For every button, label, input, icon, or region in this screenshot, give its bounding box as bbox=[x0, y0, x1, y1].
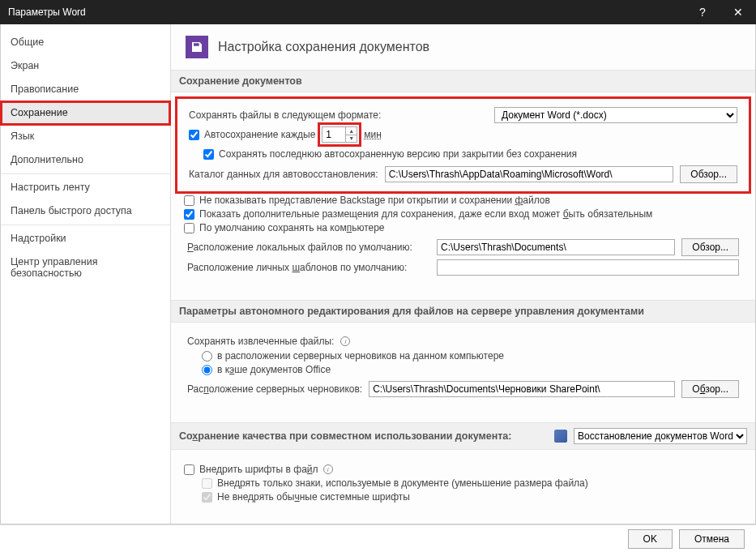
spinner-down-icon[interactable]: ▼ bbox=[345, 135, 357, 143]
no-backstage-checkbox[interactable] bbox=[184, 195, 194, 206]
sidebar-item-display[interactable]: Экран bbox=[1, 54, 170, 78]
show-addl-label: Показать дополнительные размещения для с… bbox=[199, 208, 652, 220]
default-pc-checkbox[interactable] bbox=[184, 223, 194, 233]
autosave-checkbox[interactable] bbox=[189, 130, 199, 140]
format-select[interactable]: Документ Word (*.docx) bbox=[494, 107, 737, 123]
drafts-browse-button[interactable]: Обзор... bbox=[681, 380, 739, 398]
window-controls: ? ✕ bbox=[685, 0, 756, 24]
section-offline: Параметры автономного редактирования для… bbox=[171, 300, 755, 323]
embed-fonts-label: Внедрить шрифты в файл bbox=[199, 464, 318, 475]
keep-files-label: Сохранять извлеченные файлы: bbox=[187, 336, 334, 347]
section-quality: Сохранение качества при совместном испол… bbox=[171, 422, 755, 450]
section-save-docs: Сохранение документов bbox=[171, 70, 755, 92]
info-icon[interactable]: i bbox=[340, 336, 350, 346]
default-pc-label: По умолчанию сохранять на компьютере bbox=[199, 222, 385, 233]
embed-only-used-label: Внедрять только знаки, используемые в до… bbox=[217, 477, 588, 489]
drafts-cache-label: в кэше документов Office bbox=[217, 364, 331, 375]
drafts-loc-label: Расположение серверных черновиков: bbox=[187, 383, 362, 395]
drafts-server-label: в расположении серверных черновиков на д… bbox=[217, 350, 504, 362]
sidebar-item-proofing[interactable]: Правописание bbox=[1, 78, 170, 101]
autosave-unit: мин bbox=[364, 129, 382, 140]
local-browse-button[interactable]: Обзор... bbox=[681, 238, 739, 256]
sidebar-item-trust[interactable]: Центр управления безопасностью bbox=[1, 250, 170, 285]
embed-only-used-checkbox bbox=[202, 478, 212, 489]
save-icon bbox=[186, 36, 208, 58]
document-icon bbox=[554, 430, 567, 443]
no-backstage-label: Не показывать представление Backstage пр… bbox=[199, 195, 550, 206]
sidebar: Общие Экран Правописание Сохранение Язык… bbox=[1, 24, 171, 524]
sidebar-item-save[interactable]: Сохранение bbox=[1, 101, 170, 125]
drafts-server-radio[interactable] bbox=[202, 351, 212, 362]
sidebar-item-addins[interactable]: Надстройки bbox=[1, 227, 170, 250]
close-icon[interactable]: ✕ bbox=[720, 0, 756, 24]
catalog-label: Каталог данных для автовосстановления: bbox=[189, 169, 378, 180]
autosave-spinner[interactable]: ▲▼ bbox=[322, 126, 357, 143]
sidebar-item-general[interactable]: Общие bbox=[1, 31, 170, 54]
catalog-browse-button[interactable]: Обзор... bbox=[680, 165, 737, 183]
autosave-label: Автосохранение каждые bbox=[204, 129, 315, 140]
sidebar-item-qat[interactable]: Панель быстрого доступа bbox=[1, 199, 170, 223]
help-icon[interactable]: ? bbox=[685, 0, 720, 24]
info-icon-2[interactable]: i bbox=[323, 464, 333, 474]
no-system-fonts-label: Не внедрять обычные системные шрифты bbox=[217, 491, 410, 503]
show-addl-checkbox[interactable] bbox=[184, 209, 194, 220]
tmpl-input[interactable] bbox=[437, 259, 739, 276]
page-title: Настройка сохранения документов bbox=[218, 40, 429, 54]
no-system-fonts-checkbox bbox=[202, 492, 212, 503]
quality-doc-select[interactable]: Восстановление документов Word bbox=[574, 428, 747, 444]
drafts-cache-radio[interactable] bbox=[202, 365, 212, 375]
keep-last-checkbox[interactable] bbox=[203, 149, 214, 160]
sidebar-item-language[interactable]: Язык bbox=[1, 125, 170, 148]
window-title: Параметры Word bbox=[8, 6, 86, 18]
local-label: Расположение локальных файлов по умолчан… bbox=[187, 242, 430, 253]
embed-fonts-checkbox[interactable] bbox=[184, 464, 194, 475]
titlebar: Параметры Word ? ✕ bbox=[0, 0, 756, 24]
format-label: Сохранять файлы в следующем формате: bbox=[189, 109, 381, 121]
catalog-input[interactable] bbox=[385, 166, 674, 182]
sidebar-item-advanced[interactable]: Дополнительно bbox=[1, 148, 170, 172]
sidebar-item-ribbon[interactable]: Настроить ленту bbox=[1, 176, 170, 199]
footer: OK Отмена bbox=[0, 524, 756, 552]
tmpl-label: Расположение личных шаблонов по умолчани… bbox=[187, 262, 430, 273]
spinner-up-icon[interactable]: ▲ bbox=[345, 127, 357, 135]
cancel-button[interactable]: Отмена bbox=[679, 529, 745, 549]
ok-button[interactable]: OK bbox=[628, 529, 673, 549]
drafts-loc-input[interactable] bbox=[369, 381, 675, 397]
keep-last-label: Сохранять последнюю автосохраненную верс… bbox=[219, 148, 577, 160]
content-pane: Настройка сохранения документов Сохранен… bbox=[171, 24, 755, 524]
local-input[interactable] bbox=[437, 239, 675, 255]
